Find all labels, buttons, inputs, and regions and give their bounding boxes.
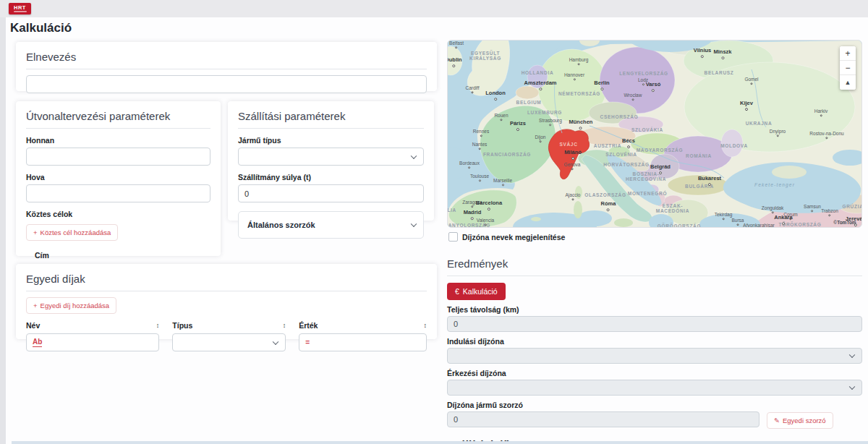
map-city-label: Dnyipro <box>770 129 786 137</box>
map-country-label: ÁLIA <box>447 208 456 213</box>
zoom-in-button[interactable]: + <box>840 46 856 61</box>
map-city-label: Lodz <box>638 77 648 85</box>
text-format-icon: Ab <box>33 338 42 347</box>
map-country-label: CSEHORSZÁG <box>600 114 639 119</box>
euro-icon: € <box>455 287 459 296</box>
city-marker-icon <box>632 99 634 101</box>
map-city-label: Valencia <box>477 218 494 226</box>
map-city-label: Berlin <box>594 80 609 90</box>
europe-fee-zone-map[interactable]: EGYESÜLT KIRÁLYSÁGHOLLANDIABELGIUMLUXEMB… <box>447 40 862 228</box>
start-zone-select[interactable] <box>447 348 862 364</box>
map-city-label: Milánó <box>564 150 582 160</box>
to-input[interactable] <box>26 184 210 202</box>
map-city-label: Zaragoza <box>462 200 482 208</box>
end-zone-label: Érkezési díjzóna <box>447 369 862 377</box>
map-city-label: Róma <box>601 201 616 211</box>
chevron-down-icon <box>849 352 855 358</box>
custom-fees-card: Egyedi díjak + Egyedi díj hozzáadása Név… <box>16 264 437 339</box>
city-marker-icon <box>820 115 822 117</box>
fee-name-field[interactable]: Ab <box>26 333 159 351</box>
sort-icon[interactable]: ↕ <box>156 322 160 329</box>
city-marker-icon <box>659 171 662 174</box>
city-marker-icon <box>571 157 574 160</box>
zone-names-label: Díjzóna nevek megjelenítése <box>462 233 565 242</box>
map-country-label: AUSZTRIA <box>594 143 621 148</box>
city-marker-icon <box>471 217 474 220</box>
map-city-label: Rennes <box>473 129 489 137</box>
map-country-label: BOSZNIA- HERCEGOVINA <box>626 171 666 182</box>
equals-icon: = <box>305 339 310 346</box>
add-waypoint-button[interactable]: + Köztes cél hozzáadása <box>26 224 118 241</box>
map-country-label: ÉSZAK- MACEDÓNIA <box>656 203 689 214</box>
map-city-label: Jereván <box>846 216 862 226</box>
city-marker-icon <box>642 84 644 86</box>
map-country-label: NÉMETORSZÁG <box>558 91 600 96</box>
zone-vehicle-multiplier-value <box>447 411 760 427</box>
map-city-label: Belgrád <box>650 164 671 174</box>
map-city-label: Rostov-na-Donu <box>809 131 843 139</box>
map-city-label: Rouen <box>494 113 508 121</box>
custom-multiplier-button[interactable]: ✎ Egyedi szorzó <box>767 412 833 429</box>
city-marker-icon <box>501 119 503 121</box>
fee-type-select[interactable] <box>172 333 286 351</box>
route-card: Útvonaltervezési paraméterek Honnan Hova… <box>16 101 221 256</box>
transport-card: Szállítási paraméterek Jármű típus Száll… <box>228 101 434 221</box>
map-city-label: Trabzon <box>821 208 838 216</box>
map-country-label: MAGYARORSZÁG <box>637 148 684 153</box>
horizontal-scrollbar[interactable] <box>12 441 868 444</box>
city-marker-icon <box>516 128 519 131</box>
compass-icon[interactable]: ▲ <box>840 75 856 90</box>
vehicle-type-select[interactable] <box>238 148 424 166</box>
fee-value-field[interactable]: = <box>299 333 427 351</box>
waypoints-label: Köztes célok <box>26 210 210 218</box>
fee-column-name-label: Név <box>26 321 40 330</box>
route-section-title: Útvonaltervezési paraméterek <box>26 108 210 129</box>
fee-column-header-value[interactable]: Érték ↕ <box>299 321 427 330</box>
fee-name-input[interactable] <box>47 338 153 348</box>
city-marker-icon <box>484 224 486 226</box>
sort-icon[interactable]: ↕ <box>283 322 286 329</box>
multiplier-row: ✎ Egyedi szorzó <box>447 409 862 429</box>
city-marker-icon <box>627 145 630 148</box>
map-city-label: Ankara <box>774 215 792 225</box>
fee-column-header-type[interactable]: Típus ↕ <box>172 321 286 330</box>
city-marker-icon <box>574 79 576 81</box>
fee-column-value-label: Érték <box>299 321 318 330</box>
city-marker-icon <box>452 64 455 67</box>
fee-value-input[interactable] <box>315 338 420 348</box>
city-marker-icon <box>539 87 542 90</box>
pencil-icon: ✎ <box>774 417 780 424</box>
city-marker-icon <box>652 89 655 92</box>
fee-column-header-name[interactable]: Név ↕ <box>26 321 159 330</box>
map-country-label: SZLOVÁKIA <box>631 127 663 132</box>
map-city-label: Madrid <box>464 210 482 220</box>
city-marker-icon <box>736 224 739 226</box>
map-city-label: München <box>569 119 593 129</box>
map-city-label: Corum <box>783 212 798 220</box>
city-marker-icon <box>501 184 503 187</box>
map-city-label: Varsó <box>646 82 660 92</box>
map-city-label: Strasbourg <box>539 118 562 126</box>
calculate-label: Kalkuláció <box>463 287 498 296</box>
zoom-out-button[interactable]: − <box>840 61 856 75</box>
map-city-label: Toulouse <box>470 174 489 182</box>
custom-multiplier-label: Egyedi szorzó <box>783 417 826 424</box>
naming-input[interactable] <box>26 75 427 93</box>
map-city-label: Genova <box>564 162 581 170</box>
sort-icon[interactable]: ↕ <box>424 322 427 329</box>
general-multipliers-label: Általános szorzók <box>247 221 315 229</box>
total-distance-value <box>447 316 862 332</box>
end-zone-select[interactable] <box>447 380 862 396</box>
from-input[interactable] <box>26 148 210 166</box>
add-fee-button[interactable]: + Egyedi díj hozzáadása <box>26 297 116 314</box>
calculate-button[interactable]: € Kalkuláció <box>447 283 506 300</box>
map-country-label: GÖRÖGORSZÁG <box>658 223 701 228</box>
weight-input[interactable] <box>238 184 424 202</box>
general-multipliers-accordion[interactable]: Általános szorzók <box>238 211 424 239</box>
map-labels: EGYESÜLT KIRÁLYSÁGHOLLANDIABELGIUMLUXEMB… <box>448 40 861 227</box>
app-logo[interactable]: HRT <box>9 3 31 14</box>
zone-names-checkbox[interactable] <box>448 232 458 242</box>
city-marker-icon <box>540 141 542 143</box>
app-logo-subline <box>14 11 27 12</box>
map-city-label: Bursa <box>732 218 744 226</box>
